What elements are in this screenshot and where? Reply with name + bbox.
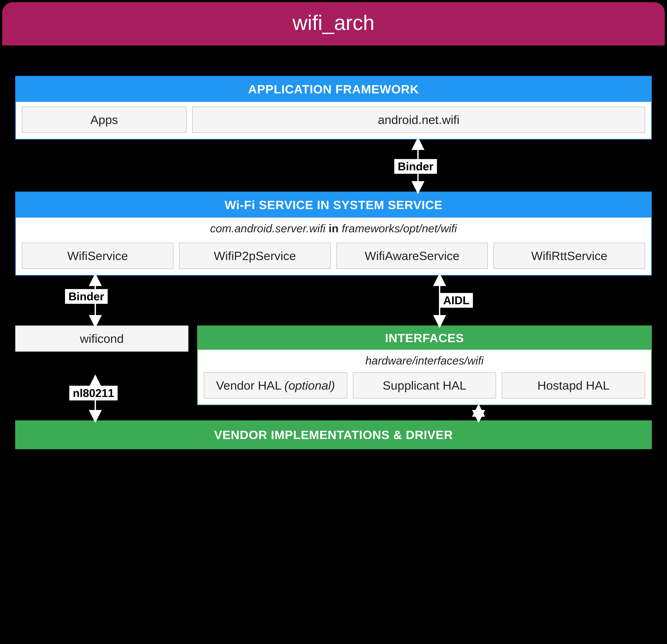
node-wifirttservice: WifiRttService [493, 243, 645, 269]
node-wifiservice: WifiService [22, 243, 174, 269]
node-apps: Apps [22, 107, 186, 133]
layer-app-framework: APPLICATION FRAMEWORK Apps android.net.w… [15, 76, 652, 140]
diagram-canvas: APPLICATION FRAMEWORK Apps android.net.w… [0, 46, 667, 644]
connector-row-2: Binder AIDL [15, 276, 652, 325]
node-android-net-wifi: android.net.wifi [192, 107, 645, 133]
label-nl80211: nl80211 [69, 386, 118, 400]
connector-row-3: nl80211 [15, 377, 652, 420]
node-wifip2pservice: WifiP2pService [179, 243, 331, 269]
arrow-svg-1 [15, 140, 652, 192]
label-binder-1: Binder [394, 159, 437, 174]
layer-sub-system-service: com.android.server.wifi in frameworks/op… [16, 218, 651, 238]
diagram-title: wifi_arch [2, 2, 665, 46]
layer-sub-interfaces: hardware/interfaces/wifi [198, 350, 651, 370]
node-wificond: wificond [15, 325, 189, 352]
layer-vendor-driver: VENDOR IMPLEMENTATIONS & DRIVER [15, 420, 652, 449]
label-aidl: AIDL [440, 293, 473, 308]
label-binder-2: Binder [65, 289, 108, 304]
arrow-svg-2 [15, 276, 652, 325]
node-wifiawareservice: WifiAwareService [337, 243, 488, 269]
layer-header-system-service: Wi-Fi SERVICE IN SYSTEM SERVICE [16, 192, 651, 218]
layer-system-service: Wi-Fi SERVICE IN SYSTEM SERVICE com.andr… [15, 192, 652, 276]
layer-header-app-framework: APPLICATION FRAMEWORK [16, 77, 651, 102]
layer-header-interfaces: INTERFACES [198, 326, 651, 350]
connector-row-1: Binder [15, 140, 652, 192]
